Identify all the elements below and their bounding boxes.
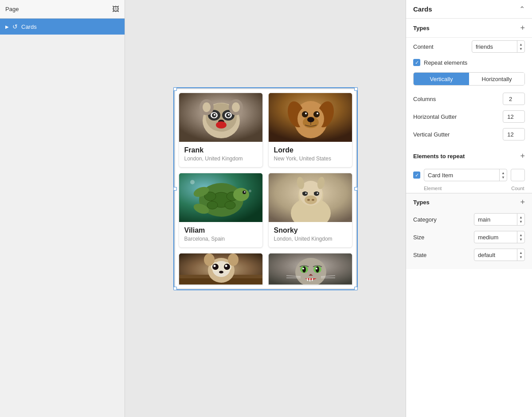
types-section-title: Types [413, 25, 430, 31]
sidebar: Page 🖼 ▶ ↺ Cards [0, 0, 125, 417]
card-item-count[interactable] [511, 169, 525, 181]
handle-top-left[interactable] [173, 87, 177, 91]
svg-point-53 [317, 193, 318, 194]
horizontally-button[interactable]: Horizontally [469, 73, 524, 85]
card-snorky-name: Snorky [274, 226, 347, 234]
card-viliam[interactable]: Viliam Barcelona, Spain [179, 173, 263, 248]
svg-point-23 [313, 111, 320, 117]
elements-add-button[interactable]: + [520, 152, 525, 160]
elements-to-repeat-title: Elements to repeat [413, 153, 465, 160]
svg-point-14 [203, 102, 211, 112]
card-lorde-name: Lorde [274, 146, 347, 154]
category-select[interactable]: main secondary featured ▲ ▼ [474, 213, 525, 226]
card-snorky[interactable]: Snorky London, United Kingdom [268, 173, 352, 248]
horizontal-gutter-row: Horizontal Gutter [406, 108, 532, 125]
handle-middle-left[interactable] [173, 187, 177, 191]
expand-triangle-icon: ▶ [5, 24, 9, 29]
content-select[interactable]: friends family colleagues ▲ ▼ [472, 40, 525, 53]
svg-point-77 [302, 268, 304, 269]
card-frank-location: London, United Kingdom [184, 156, 257, 162]
content-row: Content friends family colleagues ▲ ▼ [406, 38, 532, 55]
svg-point-68 [219, 271, 223, 273]
card-item-select-input[interactable]: Card Item [424, 169, 507, 181]
card-frank-image [179, 93, 262, 142]
columns-row: Columns [406, 90, 532, 108]
handle-top-right[interactable] [354, 87, 358, 91]
handle-middle-right[interactable] [354, 187, 358, 191]
size-row: Size small medium large ▲ ▼ [406, 228, 532, 246]
handle-bottom-left[interactable] [173, 287, 177, 290]
card-lemur-image [179, 253, 262, 284]
svg-point-69 [204, 253, 215, 266]
types-section-header: Types + [406, 19, 532, 37]
category-row: Category main secondary featured ▲ ▼ [406, 210, 532, 228]
card-wildcat[interactable] [268, 253, 352, 285]
repeat-elements-checkbox[interactable] [413, 59, 420, 66]
state-select[interactable]: default hover active disabled ▲ ▼ [474, 249, 525, 261]
canvas-content: Frank London, United Kingdom [175, 89, 356, 289]
card-viliam-image [179, 173, 262, 222]
svg-point-70 [228, 253, 239, 266]
svg-point-22 [302, 111, 308, 117]
horizontal-gutter-input[interactable] [503, 110, 525, 123]
card-snorky-location: London, United Kingdom [274, 236, 347, 242]
sidebar-page-icon: 🖼 [112, 5, 119, 13]
card-frank[interactable]: Frank London, United Kingdom [179, 93, 263, 168]
size-select-input[interactable]: small medium large [474, 231, 524, 243]
svg-point-27 [307, 117, 314, 122]
card-lorde[interactable]: Lorde New York, United States [268, 93, 352, 168]
svg-point-78 [316, 268, 317, 269]
svg-point-37 [207, 201, 218, 209]
svg-point-64 [212, 264, 219, 270]
vertically-button[interactable]: Vertically [414, 73, 469, 85]
inner-types-header: Types + [406, 194, 532, 210]
svg-point-54 [305, 195, 317, 204]
panel-title: Cards [413, 5, 432, 13]
svg-point-56 [312, 199, 314, 201]
svg-point-55 [307, 199, 310, 201]
inner-section: Types + Category main secondary featured… [406, 193, 532, 269]
column-headers: Element Count [406, 185, 532, 193]
elements-to-repeat-section: Elements to repeat + Card Item ▲ ▼ Eleme… [406, 147, 532, 193]
inner-types-add-button[interactable]: + [520, 198, 525, 206]
svg-point-25 [317, 113, 318, 114]
svg-point-38 [225, 201, 235, 209]
vertical-gutter-input[interactable] [503, 128, 525, 140]
category-select-input[interactable]: main secondary featured [474, 214, 524, 225]
svg-point-65 [224, 264, 230, 270]
columns-input[interactable] [503, 93, 525, 105]
sidebar-page-title: Page [5, 6, 19, 12]
card-frank-name: Frank [184, 146, 257, 154]
size-select[interactable]: small medium large ▲ ▼ [474, 231, 525, 243]
card-lorde-info: Lorde New York, United States [269, 142, 352, 167]
svg-point-30 [190, 180, 195, 184]
card-viliam-location: Barcelona, Spain [184, 236, 257, 242]
card-viliam-info: Viliam Barcelona, Spain [179, 222, 262, 247]
state-select-input[interactable]: default hover active disabled [474, 249, 524, 261]
svg-point-67 [225, 265, 227, 267]
main-canvas: Frank London, United Kingdom [125, 0, 406, 417]
sidebar-header: Page 🖼 [0, 0, 125, 19]
card-item-checkbox[interactable] [413, 171, 420, 179]
card-snorky-image [269, 173, 352, 222]
card-lemur[interactable] [179, 253, 263, 285]
handle-bottom-right[interactable] [354, 287, 358, 290]
svg-point-52 [305, 193, 306, 194]
sidebar-item-cards[interactable]: ▶ ↺ Cards [0, 19, 125, 35]
right-panel: Cards ⌃ Types + Content friends family c… [406, 0, 532, 417]
card-item-select[interactable]: Card Item ▲ ▼ [424, 169, 507, 181]
card-snorky-info: Snorky London, United Kingdom [269, 222, 352, 247]
types-add-button[interactable]: + [520, 24, 525, 32]
svg-point-24 [305, 113, 307, 114]
svg-point-39 [233, 188, 249, 201]
elements-to-repeat-header: Elements to repeat + [406, 147, 532, 165]
direction-toggle: Vertically Horizontally [413, 72, 525, 86]
panel-chevron-icon[interactable]: ⌃ [519, 5, 525, 13]
content-select-input[interactable]: friends family colleagues [472, 41, 524, 52]
horizontal-gutter-label: Horizontal Gutter [413, 113, 499, 120]
element-column-header: Element [413, 186, 507, 191]
cards-grid: Frank London, United Kingdom [175, 89, 356, 289]
types-section: Types + [406, 19, 532, 38]
cards-icon: ↺ [12, 23, 18, 30]
card-lorde-image [269, 93, 352, 142]
